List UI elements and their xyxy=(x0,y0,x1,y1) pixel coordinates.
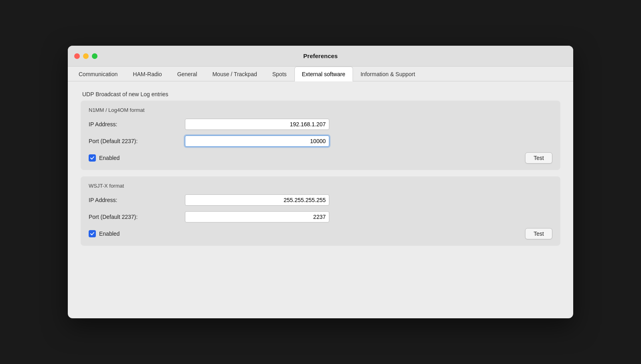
wsjtx-ip-input[interactable] xyxy=(185,194,329,206)
n1mm-ip-row: IP Address: xyxy=(89,119,552,130)
traffic-lights xyxy=(74,53,97,59)
tab-spots[interactable]: Spots xyxy=(265,67,294,81)
wsjtx-enabled-label: Enabled xyxy=(99,231,120,237)
wsjtx-section-label: WSJT-X format xyxy=(89,183,552,189)
n1mm-section: N1MM / Log4OM format IP Address: Port (D… xyxy=(81,101,560,170)
n1mm-port-label: Port (Default 2237): xyxy=(89,138,185,144)
preferences-window: Preferences Communication HAM-Radio Gene… xyxy=(68,46,573,318)
tab-general[interactable]: General xyxy=(170,67,205,81)
titlebar: Preferences xyxy=(68,46,573,67)
content-area: UDP Broadcast of new Log entries N1MM / … xyxy=(68,81,573,262)
n1mm-ip-label: IP Address: xyxy=(89,121,185,127)
wsjtx-port-input[interactable] xyxy=(185,211,329,222)
wsjtx-port-row: Port (Default 2237): xyxy=(89,211,552,222)
n1mm-enabled-checkbox[interactable] xyxy=(89,154,96,162)
n1mm-section-label: N1MM / Log4OM format xyxy=(89,107,552,113)
tab-information-support[interactable]: Information & Support xyxy=(353,67,423,81)
wsjtx-test-button[interactable]: Test xyxy=(525,228,552,239)
tab-communication[interactable]: Communication xyxy=(71,67,125,81)
n1mm-port-row: Port (Default 2237): xyxy=(89,135,552,147)
close-button[interactable] xyxy=(74,53,80,59)
wsjtx-port-label: Port (Default 2237): xyxy=(89,214,185,220)
minimize-button[interactable] xyxy=(83,53,89,59)
wsjtx-ip-label: IP Address: xyxy=(89,197,185,203)
wsjtx-enabled-row: Enabled Test xyxy=(89,228,552,239)
udp-section-title: UDP Broadcast of new Log entries xyxy=(81,91,560,97)
n1mm-enabled-row: Enabled Test xyxy=(89,152,552,164)
n1mm-test-button[interactable]: Test xyxy=(525,152,552,164)
window-title: Preferences xyxy=(303,53,338,59)
n1mm-enabled-left: Enabled xyxy=(89,154,120,162)
wsjtx-enabled-left: Enabled xyxy=(89,230,120,237)
tab-mouse-trackpad[interactable]: Mouse / Trackpad xyxy=(205,67,264,81)
n1mm-port-input[interactable] xyxy=(185,135,329,147)
wsjtx-enabled-checkbox[interactable] xyxy=(89,230,96,237)
n1mm-enabled-label: Enabled xyxy=(99,155,120,161)
wsjtx-ip-row: IP Address: xyxy=(89,194,552,206)
tabs-bar: Communication HAM-Radio General Mouse / … xyxy=(68,67,573,81)
tab-ham-radio[interactable]: HAM-Radio xyxy=(125,67,169,81)
wsjtx-section: WSJT-X format IP Address: Port (Default … xyxy=(81,176,560,246)
tab-external-software[interactable]: External software xyxy=(294,67,353,81)
maximize-button[interactable] xyxy=(92,53,97,59)
n1mm-ip-input[interactable] xyxy=(185,119,329,130)
